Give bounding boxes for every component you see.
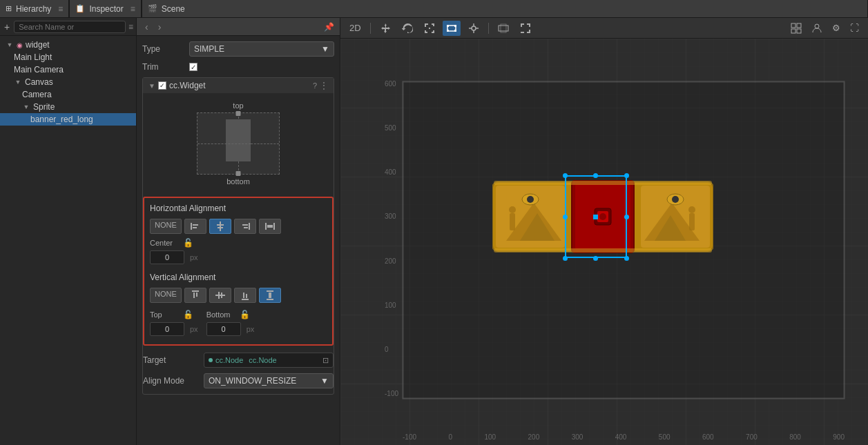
tree-item-camera[interactable]: Camera — [0, 88, 136, 101]
v-align-top-button[interactable] — [184, 288, 206, 303]
tree-item-main-camera[interactable]: Main Camera — [0, 63, 136, 76]
svg-rect-16 — [218, 292, 220, 299]
svg-point-41 — [815, 24, 819, 28]
scene-person-icon[interactable] — [808, 21, 826, 36]
top-value-input[interactable] — [150, 322, 184, 336]
hierarchy-menu-icon[interactable]: ≡ — [58, 4, 63, 14]
type-dropdown-icon: ▼ — [321, 44, 329, 54]
scene-2d-button[interactable]: 2D — [346, 21, 365, 35]
tree-item-sprite[interactable]: ▼ Sprite — [0, 101, 136, 113]
scene-panel: 2D — [340, 18, 868, 445]
inspector-back-button[interactable]: ‹ — [142, 20, 151, 34]
type-select[interactable]: SIMPLE ▼ — [189, 41, 334, 57]
target-dot-icon — [209, 358, 213, 362]
handle-br[interactable] — [624, 256, 629, 261]
tree-item-main-light[interactable]: Main Light — [0, 51, 136, 63]
x-label-700: 700 — [746, 433, 758, 441]
hierarchy-icon: ⊞ — [6, 4, 12, 13]
svg-rect-9 — [265, 223, 267, 230]
center-unit-label: px — [190, 253, 198, 261]
center-field: Center 🔓 — [150, 238, 327, 248]
scene-tab[interactable]: 🎬 Scene — [142, 0, 868, 17]
top-lock-icon[interactable]: 🔓 — [183, 310, 193, 319]
handle-mr[interactable] — [624, 215, 629, 219]
scene-frame-tool[interactable] — [517, 21, 534, 36]
search-input[interactable] — [14, 21, 126, 33]
inspector-forward-button[interactable]: › — [155, 20, 164, 34]
cc-widget-header[interactable]: ▼ cc.Widget ? ⋮ — [143, 78, 334, 93]
align-mode-select[interactable]: ON_WINDOW_RESIZE ▼ — [204, 373, 334, 388]
scene-rotate-tool[interactable] — [398, 21, 416, 36]
top-bar: ⊞ Hierarchy ≡ 📋 Inspector ≡ 🎬 Scene — [0, 0, 868, 18]
handle-tl[interactable] — [563, 173, 568, 178]
scene-scale-tool[interactable] — [421, 21, 438, 36]
scene-pivot-tool[interactable] — [465, 21, 483, 36]
handle-center[interactable] — [593, 215, 598, 219]
scene-move-tool[interactable] — [376, 21, 394, 36]
scene-rect-tool[interactable] — [443, 21, 461, 36]
scene-layout-icon[interactable] — [787, 21, 805, 36]
handle-ml[interactable] — [563, 215, 568, 219]
h-align-stretch-button[interactable] — [259, 219, 281, 234]
bottom-field: Bottom 🔓 px — [206, 307, 255, 339]
handle-bc[interactable] — [593, 256, 598, 261]
horizontal-align-row: NONE — [150, 219, 327, 234]
v-align-bottom-button[interactable] — [234, 288, 256, 303]
scene-icon: 🎬 — [148, 4, 157, 13]
layout-handle-bottom[interactable] — [236, 171, 241, 176]
handle-bl[interactable] — [563, 256, 568, 261]
scene-banner-object[interactable] — [492, 175, 713, 260]
y-label-300: 300 — [385, 212, 398, 220]
svg-rect-6 — [249, 223, 250, 230]
v-align-stretch-button[interactable] — [259, 288, 281, 303]
tree-item-canvas[interactable]: ▼ Canvas — [0, 76, 136, 88]
layout-outer — [197, 112, 280, 175]
target-pick-icon[interactable]: ⊡ — [322, 356, 329, 365]
cc-widget-help-icon[interactable]: ? — [313, 81, 317, 90]
align-mode-label: Align Mode — [143, 376, 198, 386]
target-row: Target cc.Node cc.Node ⊡ — [143, 353, 334, 368]
y-label-600: 600 — [385, 80, 398, 88]
svg-rect-11 — [267, 225, 273, 228]
hierarchy-tab[interactable]: ⊞ Hierarchy ≡ — [0, 0, 69, 17]
bottom-lock-icon[interactable]: 🔓 — [240, 310, 250, 319]
inspector-title: Inspector — [89, 4, 123, 14]
h-align-center-button[interactable] — [209, 219, 231, 234]
scene-title-tab: Scene — [162, 4, 185, 14]
handle-tc[interactable] — [593, 173, 598, 178]
h-align-none-btn[interactable]: NONE — [150, 219, 182, 234]
target-label: Target — [143, 355, 198, 365]
v-align-none-btn[interactable]: NONE — [150, 288, 182, 303]
bottom-value-input[interactable] — [206, 322, 241, 336]
scene-gear-icon[interactable]: ⚙ — [829, 21, 844, 36]
inspector-menu-icon[interactable]: ≡ — [131, 4, 135, 14]
scene-2d-view-toggle[interactable] — [494, 21, 512, 36]
y-label-500: 500 — [385, 124, 398, 132]
handle-tr[interactable] — [624, 173, 629, 178]
layout-handle-top[interactable] — [236, 111, 241, 116]
x-label-400: 400 — [615, 433, 627, 441]
align-mode-row: Align Mode ON_WINDOW_RESIZE ▼ — [143, 373, 334, 388]
h-align-left-button[interactable] — [184, 219, 206, 234]
center-value-input[interactable] — [150, 250, 184, 264]
toolbar-sep-2 — [488, 23, 489, 34]
hierarchy-list-view-button[interactable]: ≡ — [128, 22, 133, 32]
x-label-neg100: -100 — [403, 433, 416, 441]
y-label-400: 400 — [385, 168, 398, 176]
y-label-100: 100 — [385, 301, 398, 309]
add-node-button[interactable]: + — [3, 21, 11, 32]
h-align-right-button[interactable] — [234, 219, 256, 234]
trim-row: Trim — [142, 62, 334, 72]
trim-checkbox[interactable] — [189, 63, 197, 71]
scene-fullscreen-icon[interactable]: ⛶ — [847, 21, 862, 36]
cc-widget-menu-icon[interactable]: ⋮ — [320, 81, 328, 90]
v-align-center-button[interactable] — [209, 288, 231, 303]
scene-viewport[interactable]: 600 500 400 300 200 100 0 -100 -100 0 10… — [340, 39, 868, 445]
center-lock-icon[interactable]: 🔓 — [183, 238, 193, 248]
cc-widget-enable-checkbox[interactable] — [158, 81, 166, 90]
tree-item-widget[interactable]: ▼ ◉ widget — [0, 39, 136, 51]
tree-item-banner-red-long[interactable]: banner_red_long — [0, 113, 136, 126]
inspector-pin-icon[interactable]: 📌 — [324, 22, 334, 32]
inspector-tab[interactable]: 📋 Inspector ≡ — [69, 0, 141, 17]
layout-diagram: top — [143, 93, 334, 194]
